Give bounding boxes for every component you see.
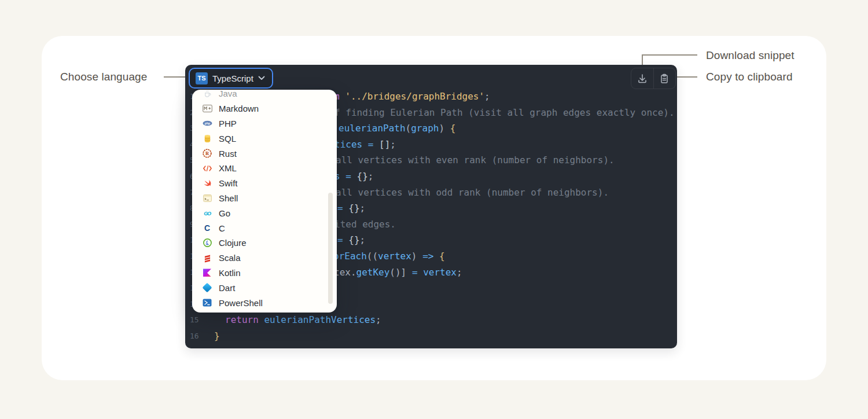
clojure-icon	[202, 238, 212, 248]
dropdown-item-php[interactable]: phpPHP	[192, 116, 337, 131]
code-line: s = {};	[334, 168, 373, 185]
line-number: 15	[190, 312, 201, 328]
language-selector-button[interactable]: TS TypeScript	[189, 68, 273, 89]
dropdown-item-dart[interactable]: Dart	[192, 280, 337, 295]
rust-icon: R	[202, 148, 212, 159]
go-icon: GO	[202, 208, 212, 218]
dropdown-item-shell[interactable]: Shell	[192, 191, 337, 206]
svg-text:R: R	[205, 150, 209, 156]
kotlin-icon	[202, 267, 212, 278]
dropdown-item-markdown[interactable]: Markdown	[192, 101, 337, 116]
download-icon	[637, 73, 648, 84]
dropdown-item-c[interactable]: CC	[192, 220, 337, 236]
download-snippet-label: Download snippet	[706, 49, 795, 62]
code-line: tex.getKey()] = vertex;	[334, 264, 462, 281]
dropdown-item-kotlin[interactable]: Kotlin	[192, 266, 337, 281]
dropdown-item-label: Dart	[219, 283, 235, 293]
language-dropdown: JavaMarkdownphpPHPSQLRRustXMLSwiftShellG…	[192, 90, 337, 313]
dropdown-item-label: Shell	[219, 193, 238, 203]
code-line: tices = [];	[334, 137, 396, 153]
dropdown-item-label: XML	[219, 163, 237, 173]
copy-to-clipboard-label: Copy to clipboard	[706, 71, 793, 83]
shell-icon	[202, 193, 212, 203]
snippet-actions-group	[631, 68, 676, 89]
line-number: 16	[190, 328, 201, 344]
powershell-icon	[202, 297, 212, 308]
dropdown-item-label: Scala	[219, 253, 241, 263]
dropdown-item-label: Go	[219, 208, 230, 218]
dropdown-item-powershell[interactable]: PowerShell	[192, 295, 337, 310]
typescript-logo-icon: TS	[196, 72, 208, 84]
c-icon: C	[202, 223, 212, 233]
dropdown-item-java[interactable]: Java	[192, 90, 337, 101]
dropdown-item-clojure[interactable]: Clojure	[192, 236, 337, 251]
code-line: ited edges.	[334, 216, 396, 233]
svg-text:php: php	[204, 122, 210, 126]
code-line: return eulerianPathVertices;	[225, 312, 381, 328]
download-connector-vertical	[642, 54, 643, 66]
code-line: }	[214, 328, 220, 344]
download-connector-horizontal	[642, 54, 697, 56]
dropdown-item-label: PHP	[219, 119, 237, 128]
code-line: eulerianPath(graph) {	[339, 120, 455, 137]
clipboard-icon	[659, 73, 670, 84]
dropdown-item-xml[interactable]: XML	[192, 161, 337, 176]
code-line: = {};	[337, 232, 365, 248]
svg-text:GO: GO	[204, 211, 211, 216]
copy-connector	[675, 76, 697, 78]
dropdown-item-label: Java	[219, 90, 237, 98]
language-dropdown-list: JavaMarkdownphpPHPSQLRRustXMLSwiftShellG…	[192, 90, 337, 310]
php-icon: php	[202, 118, 212, 128]
xml-icon	[202, 163, 212, 174]
dropdown-item-label: SQL	[219, 134, 236, 144]
dropdown-item-label: Rust	[219, 149, 237, 159]
swift-icon	[202, 178, 212, 189]
dropdown-item-rust[interactable]: RRust	[192, 146, 337, 161]
code-line: all vertices with odd rank (number of ne…	[336, 185, 609, 201]
dropdown-item-label: Swift	[219, 178, 238, 188]
dropdown-item-scala[interactable]: Scala	[192, 251, 337, 266]
java-icon	[202, 90, 212, 99]
scala-icon	[202, 253, 212, 263]
code-line: = {};	[337, 200, 365, 216]
choose-language-connector	[164, 76, 187, 78]
dropdown-item-label: Clojure	[219, 238, 247, 248]
code-line: all vertices with even rank (number of n…	[336, 152, 615, 168]
sql-icon	[202, 133, 212, 144]
code-line: m '../bridges/graphBridges';	[334, 89, 490, 105]
dropdown-item-label: Kotlin	[219, 268, 241, 278]
dropdown-item-label: PowerShell	[219, 298, 263, 308]
language-selector-value: TypeScript	[212, 73, 253, 83]
dropdown-item-sql[interactable]: SQL	[192, 131, 337, 146]
markdown-icon	[202, 104, 212, 114]
svg-text:C: C	[204, 224, 210, 232]
dropdown-item-label: Markdown	[219, 104, 259, 113]
choose-language-label: Choose language	[60, 71, 147, 83]
dropdown-scrollbar[interactable]	[328, 193, 333, 304]
code-line: f finding Eulerian Path (visit all graph…	[334, 105, 675, 121]
code-line: orEach((vertex) => {	[333, 248, 445, 264]
download-button[interactable]	[631, 68, 653, 89]
dropdown-item-label: C	[219, 223, 225, 233]
dart-icon	[202, 282, 212, 293]
dropdown-item-swift[interactable]: Swift	[192, 176, 337, 191]
chevron-down-icon	[258, 76, 265, 80]
copy-button[interactable]	[653, 68, 676, 89]
dropdown-item-go[interactable]: GOGo	[192, 205, 337, 220]
